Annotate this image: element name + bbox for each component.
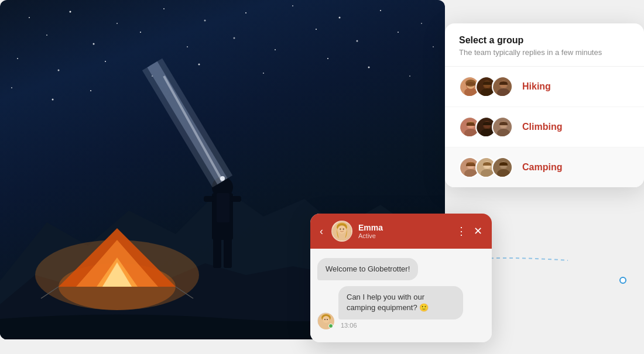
group-name-hiking: Hiking xyxy=(522,81,551,92)
svg-point-97 xyxy=(324,319,326,320)
svg-point-7 xyxy=(339,17,341,19)
online-indicator xyxy=(328,324,333,328)
svg-point-12 xyxy=(140,32,141,33)
svg-rect-44 xyxy=(231,196,241,202)
svg-point-4 xyxy=(204,20,206,22)
close-chat-button[interactable]: ✕ xyxy=(474,225,482,238)
back-button[interactable]: ‹ xyxy=(320,225,323,238)
chat-header: ‹ Emma Active ⋮ ✕ xyxy=(310,214,492,249)
svg-point-27 xyxy=(368,67,370,68)
svg-point-31 xyxy=(90,90,91,91)
svg-rect-43 xyxy=(204,196,214,202)
svg-line-50 xyxy=(164,76,222,181)
agent-info: Emma Active xyxy=(358,223,450,239)
group-avatars-camping xyxy=(459,157,513,178)
more-options-button[interactable]: ⋮ xyxy=(456,225,467,238)
svg-point-8 xyxy=(380,10,381,11)
svg-point-30 xyxy=(52,99,54,101)
svg-point-21 xyxy=(58,70,60,71)
svg-point-93 xyxy=(343,228,344,229)
group-item-camping[interactable]: Camping xyxy=(445,147,644,187)
svg-point-16 xyxy=(316,29,317,30)
svg-point-6 xyxy=(292,5,293,6)
svg-point-51 xyxy=(220,176,225,181)
group-selector-panel: Select a group The team typically replie… xyxy=(445,23,644,187)
svg-point-0 xyxy=(29,17,30,18)
svg-point-20 xyxy=(17,58,18,59)
svg-point-5 xyxy=(245,12,246,13)
svg-point-11 xyxy=(93,43,95,45)
svg-point-18 xyxy=(398,32,399,33)
group-selector-header: Select a group The team typically replie… xyxy=(445,23,644,67)
agent-name: Emma xyxy=(358,223,450,232)
group-avatars-climbing xyxy=(459,116,513,138)
decorative-dot-right xyxy=(619,277,626,284)
svg-point-13 xyxy=(187,46,188,47)
svg-point-92 xyxy=(340,228,341,229)
svg-point-24 xyxy=(198,64,200,66)
svg-point-26 xyxy=(327,58,328,59)
svg-point-9 xyxy=(421,23,422,24)
message-row-2: Can I help you with our camping equipmen… xyxy=(317,286,485,328)
svg-point-98 xyxy=(327,319,328,320)
svg-point-25 xyxy=(263,73,264,74)
svg-point-14 xyxy=(234,37,235,39)
message-avatar xyxy=(317,312,334,329)
svg-rect-47 xyxy=(217,193,229,222)
chat-body: Welcome to Globetrotter! Can I help you … xyxy=(310,249,492,342)
agent-status: Active xyxy=(358,232,450,239)
chat-header-actions: ⋮ ✕ xyxy=(456,225,482,238)
svg-point-10 xyxy=(46,35,47,36)
group-name-camping: Camping xyxy=(522,162,562,173)
chat-window: ‹ Emma Active ⋮ ✕ xyxy=(310,214,492,342)
svg-point-29 xyxy=(11,87,12,88)
group-selector-subtitle: The team typically replies in a few minu… xyxy=(459,48,630,57)
message-2: Can I help you with our camping equipmen… xyxy=(338,286,463,319)
group-avatars-hiking xyxy=(459,76,513,97)
svg-point-91 xyxy=(338,225,346,233)
svg-point-22 xyxy=(105,61,106,62)
svg-point-15 xyxy=(275,49,276,50)
svg-point-28 xyxy=(409,75,410,77)
group-name-climbing: Climbing xyxy=(522,122,562,132)
message-1: Welcome to Globetrotter! xyxy=(317,258,418,280)
group-item-climbing[interactable]: Climbing xyxy=(445,107,644,147)
svg-point-19 xyxy=(433,46,434,47)
group-item-hiking[interactable]: Hiking xyxy=(445,67,644,107)
avatar-3 xyxy=(492,76,513,97)
avatar-9 xyxy=(492,157,513,178)
svg-point-96 xyxy=(323,316,330,323)
avatar-6 xyxy=(492,116,513,138)
svg-point-3 xyxy=(163,8,165,9)
svg-rect-45 xyxy=(213,239,221,268)
svg-rect-46 xyxy=(224,239,232,268)
agent-avatar xyxy=(331,221,352,242)
group-selector-title: Select a group xyxy=(459,35,630,46)
svg-point-1 xyxy=(70,11,71,13)
svg-point-17 xyxy=(357,40,358,42)
message-time: 13:06 xyxy=(338,322,485,329)
svg-point-2 xyxy=(117,23,118,24)
